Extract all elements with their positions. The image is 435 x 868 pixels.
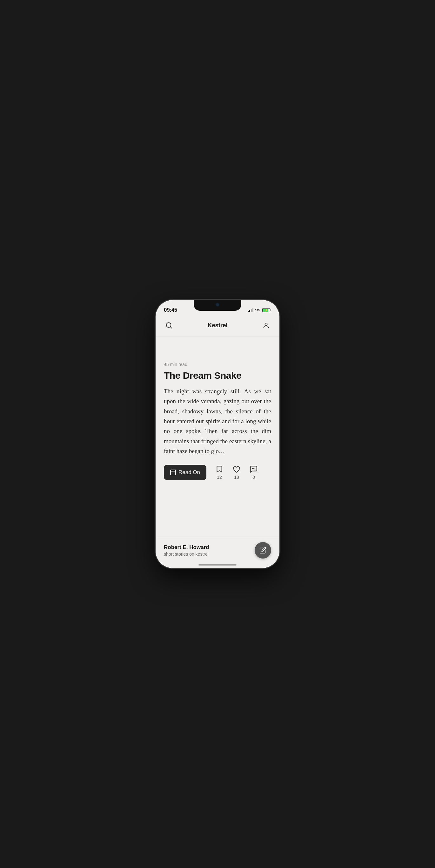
phone-frame: 09:45 ⚡ (156, 300, 279, 568)
svg-point-4 (252, 468, 253, 469)
svg-line-1 (170, 327, 172, 329)
bookmark-count: 12 (217, 475, 222, 480)
action-row: Read On 12 18 (164, 465, 271, 487)
search-icon (165, 322, 172, 329)
top-spacer (164, 337, 271, 362)
svg-point-2 (265, 323, 267, 326)
bookmark-icon (215, 465, 224, 473)
app-title: Kestrel (208, 322, 227, 329)
battery-icon: ⚡ (262, 308, 271, 312)
footer-subtitle: short stories on kestrel (164, 552, 209, 557)
like-count: 18 (234, 475, 239, 480)
read-on-button[interactable]: Read On (164, 465, 206, 480)
comment-button[interactable]: 0 (249, 465, 258, 480)
comment-icon (249, 465, 258, 473)
notch (194, 300, 241, 311)
status-icons: ⚡ (248, 308, 271, 312)
bookmark-button[interactable]: 12 (215, 465, 224, 480)
footer-text: Robert E. Howard short stories on kestre… (164, 544, 209, 557)
nav-bar: Kestrel (156, 316, 279, 337)
svg-point-6 (255, 468, 255, 469)
middle-spacer (164, 487, 271, 525)
pencil-icon (259, 547, 266, 554)
expand-icon (170, 470, 176, 475)
profile-button[interactable] (259, 318, 273, 332)
read-time: 45 min read (164, 362, 271, 367)
svg-rect-3 (170, 470, 176, 475)
story-title: The Dream Snake (164, 370, 271, 381)
edit-button[interactable] (255, 542, 271, 559)
comment-count: 0 (253, 475, 255, 480)
main-content: 45 min read The Dream Snake The night wa… (156, 337, 279, 548)
heart-icon (232, 465, 241, 473)
profile-icon (263, 322, 270, 329)
story-excerpt: The night was strangely still. As we sat… (164, 386, 271, 456)
search-button[interactable] (162, 318, 176, 332)
footer-author: Robert E. Howard (164, 544, 209, 551)
camera-dot (215, 303, 220, 307)
screen: 09:45 ⚡ (156, 300, 279, 568)
signal-icon (248, 308, 254, 312)
wifi-icon (255, 308, 260, 312)
footer: Robert E. Howard short stories on kestre… (156, 537, 279, 568)
status-time: 09:45 (164, 307, 177, 313)
svg-point-5 (254, 468, 254, 469)
read-on-label: Read On (178, 469, 200, 476)
like-button[interactable]: 18 (232, 465, 241, 480)
home-indicator (198, 564, 237, 565)
